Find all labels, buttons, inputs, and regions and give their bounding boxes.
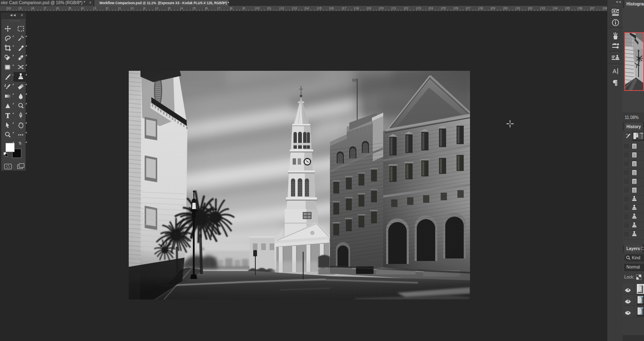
- svg-text:A: A: [613, 68, 617, 75]
